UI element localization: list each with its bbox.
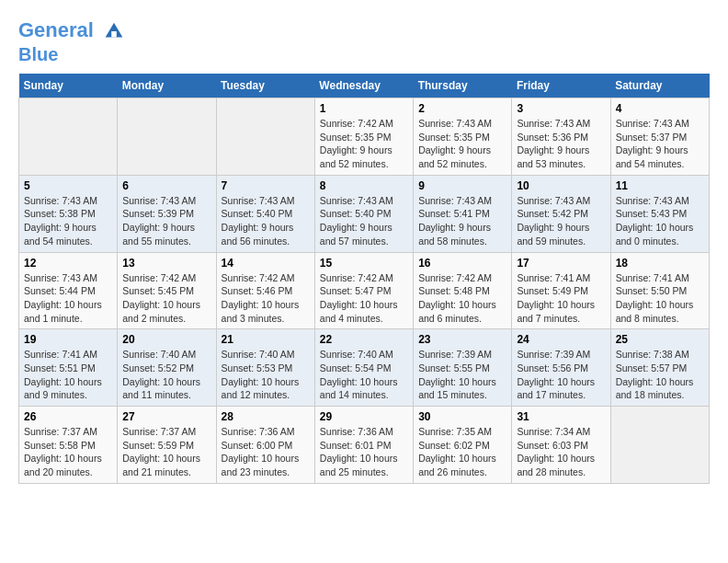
day-info: Sunrise: 7:37 AM Sunset: 5:58 PM Dayligh… <box>24 425 112 479</box>
calendar-cell: 20Sunrise: 7:40 AM Sunset: 5:52 PM Dayli… <box>118 329 216 407</box>
calendar-week-row: 1Sunrise: 7:42 AM Sunset: 5:35 PM Daylig… <box>19 98 710 176</box>
calendar-table: SundayMondayTuesdayWednesdayThursdayFrid… <box>18 74 710 484</box>
calendar-cell: 9Sunrise: 7:43 AM Sunset: 5:41 PM Daylig… <box>414 175 512 252</box>
day-number: 31 <box>517 410 605 423</box>
day-info: Sunrise: 7:41 AM Sunset: 5:50 PM Dayligh… <box>616 271 704 326</box>
day-number: 13 <box>122 257 210 270</box>
day-number: 6 <box>122 179 210 192</box>
weekday-header-row: SundayMondayTuesdayWednesdayThursdayFrid… <box>19 74 710 98</box>
weekday-header-monday: Monday <box>118 74 216 98</box>
day-number: 24 <box>517 333 605 346</box>
day-info: Sunrise: 7:39 AM Sunset: 5:56 PM Dayligh… <box>517 348 605 402</box>
calendar-cell: 25Sunrise: 7:38 AM Sunset: 5:57 PM Dayli… <box>610 329 709 407</box>
calendar-week-row: 12Sunrise: 7:43 AM Sunset: 5:44 PM Dayli… <box>19 252 710 329</box>
calendar-cell <box>118 98 216 176</box>
calendar-cell: 28Sunrise: 7:36 AM Sunset: 6:00 PM Dayli… <box>216 407 314 484</box>
logo-text: General <box>18 18 127 44</box>
calendar-cell: 31Sunrise: 7:34 AM Sunset: 6:03 PM Dayli… <box>512 407 610 484</box>
calendar-cell: 8Sunrise: 7:43 AM Sunset: 5:40 PM Daylig… <box>314 175 413 252</box>
day-number: 2 <box>418 102 506 115</box>
day-number: 1 <box>320 102 408 115</box>
calendar-cell: 19Sunrise: 7:41 AM Sunset: 5:51 PM Dayli… <box>19 329 118 407</box>
day-info: Sunrise: 7:42 AM Sunset: 5:35 PM Dayligh… <box>320 117 408 171</box>
day-info: Sunrise: 7:40 AM Sunset: 5:53 PM Dayligh… <box>222 348 310 402</box>
day-number: 3 <box>517 102 605 115</box>
day-number: 12 <box>24 257 112 270</box>
calendar-cell: 29Sunrise: 7:36 AM Sunset: 6:01 PM Dayli… <box>314 407 413 484</box>
day-number: 26 <box>24 410 112 423</box>
day-number: 29 <box>320 410 408 423</box>
day-number: 17 <box>517 257 605 270</box>
page-header: General Blue <box>18 18 710 64</box>
day-info: Sunrise: 7:43 AM Sunset: 5:37 PM Dayligh… <box>616 117 704 171</box>
logo-blue: Blue <box>18 44 127 64</box>
day-info: Sunrise: 7:43 AM Sunset: 5:40 PM Dayligh… <box>222 194 310 248</box>
day-info: Sunrise: 7:36 AM Sunset: 6:00 PM Dayligh… <box>222 425 310 479</box>
calendar-week-row: 19Sunrise: 7:41 AM Sunset: 5:51 PM Dayli… <box>19 329 710 407</box>
day-info: Sunrise: 7:35 AM Sunset: 6:02 PM Dayligh… <box>418 425 506 479</box>
calendar-cell: 16Sunrise: 7:42 AM Sunset: 5:48 PM Dayli… <box>414 252 512 329</box>
day-number: 23 <box>418 333 506 346</box>
weekday-header-friday: Friday <box>512 74 610 98</box>
day-number: 27 <box>122 410 210 423</box>
day-info: Sunrise: 7:38 AM Sunset: 5:57 PM Dayligh… <box>616 348 704 402</box>
weekday-header-wednesday: Wednesday <box>314 74 413 98</box>
day-info: Sunrise: 7:43 AM Sunset: 5:39 PM Dayligh… <box>122 194 210 248</box>
calendar-cell: 22Sunrise: 7:40 AM Sunset: 5:54 PM Dayli… <box>314 329 413 407</box>
calendar-cell: 18Sunrise: 7:41 AM Sunset: 5:50 PM Dayli… <box>610 252 709 329</box>
calendar-cell <box>610 407 709 484</box>
day-info: Sunrise: 7:42 AM Sunset: 5:45 PM Dayligh… <box>122 271 210 326</box>
day-number: 15 <box>320 257 408 270</box>
day-number: 18 <box>616 257 704 270</box>
calendar-cell: 7Sunrise: 7:43 AM Sunset: 5:40 PM Daylig… <box>216 175 314 252</box>
weekday-header-sunday: Sunday <box>19 74 118 98</box>
calendar-cell: 5Sunrise: 7:43 AM Sunset: 5:38 PM Daylig… <box>19 175 118 252</box>
day-info: Sunrise: 7:43 AM Sunset: 5:42 PM Dayligh… <box>517 194 605 248</box>
day-number: 9 <box>418 179 506 192</box>
day-number: 16 <box>418 257 506 270</box>
weekday-header-saturday: Saturday <box>610 74 709 98</box>
calendar-cell: 2Sunrise: 7:43 AM Sunset: 5:35 PM Daylig… <box>414 98 512 176</box>
calendar-cell <box>19 98 118 176</box>
day-number: 28 <box>222 410 310 423</box>
calendar-week-row: 5Sunrise: 7:43 AM Sunset: 5:38 PM Daylig… <box>19 175 710 252</box>
day-number: 10 <box>517 179 605 192</box>
day-info: Sunrise: 7:34 AM Sunset: 6:03 PM Dayligh… <box>517 425 605 479</box>
calendar-cell: 3Sunrise: 7:43 AM Sunset: 5:36 PM Daylig… <box>512 98 610 176</box>
calendar-cell: 6Sunrise: 7:43 AM Sunset: 5:39 PM Daylig… <box>118 175 216 252</box>
calendar-cell: 11Sunrise: 7:43 AM Sunset: 5:43 PM Dayli… <box>610 175 709 252</box>
calendar-cell: 15Sunrise: 7:42 AM Sunset: 5:47 PM Dayli… <box>314 252 413 329</box>
day-number: 30 <box>418 410 506 423</box>
calendar-cell <box>216 98 314 176</box>
day-info: Sunrise: 7:42 AM Sunset: 5:46 PM Dayligh… <box>222 271 310 326</box>
day-number: 11 <box>616 179 704 192</box>
calendar-cell: 21Sunrise: 7:40 AM Sunset: 5:53 PM Dayli… <box>216 329 314 407</box>
day-info: Sunrise: 7:43 AM Sunset: 5:35 PM Dayligh… <box>418 117 506 171</box>
day-number: 22 <box>320 333 408 346</box>
day-info: Sunrise: 7:42 AM Sunset: 5:48 PM Dayligh… <box>418 271 506 326</box>
day-info: Sunrise: 7:43 AM Sunset: 5:38 PM Dayligh… <box>24 194 112 248</box>
calendar-cell: 24Sunrise: 7:39 AM Sunset: 5:56 PM Dayli… <box>512 329 610 407</box>
weekday-header-thursday: Thursday <box>414 74 512 98</box>
day-info: Sunrise: 7:36 AM Sunset: 6:01 PM Dayligh… <box>320 425 408 479</box>
calendar-cell: 10Sunrise: 7:43 AM Sunset: 5:42 PM Dayli… <box>512 175 610 252</box>
weekday-header-tuesday: Tuesday <box>216 74 314 98</box>
calendar-cell: 12Sunrise: 7:43 AM Sunset: 5:44 PM Dayli… <box>19 252 118 329</box>
day-number: 7 <box>222 179 310 192</box>
day-number: 5 <box>24 179 112 192</box>
day-number: 4 <box>616 102 704 115</box>
day-number: 21 <box>222 333 310 346</box>
day-number: 25 <box>616 333 704 346</box>
day-number: 14 <box>222 257 310 270</box>
calendar-week-row: 26Sunrise: 7:37 AM Sunset: 5:58 PM Dayli… <box>19 407 710 484</box>
day-info: Sunrise: 7:41 AM Sunset: 5:49 PM Dayligh… <box>517 271 605 326</box>
day-number: 20 <box>122 333 210 346</box>
day-info: Sunrise: 7:43 AM Sunset: 5:36 PM Dayligh… <box>517 117 605 171</box>
calendar-cell: 17Sunrise: 7:41 AM Sunset: 5:49 PM Dayli… <box>512 252 610 329</box>
day-info: Sunrise: 7:41 AM Sunset: 5:51 PM Dayligh… <box>24 348 112 402</box>
svg-rect-1 <box>111 31 117 38</box>
day-info: Sunrise: 7:37 AM Sunset: 5:59 PM Dayligh… <box>122 425 210 479</box>
calendar-cell: 14Sunrise: 7:42 AM Sunset: 5:46 PM Dayli… <box>216 252 314 329</box>
day-info: Sunrise: 7:43 AM Sunset: 5:43 PM Dayligh… <box>616 194 704 248</box>
day-info: Sunrise: 7:43 AM Sunset: 5:40 PM Dayligh… <box>320 194 408 248</box>
